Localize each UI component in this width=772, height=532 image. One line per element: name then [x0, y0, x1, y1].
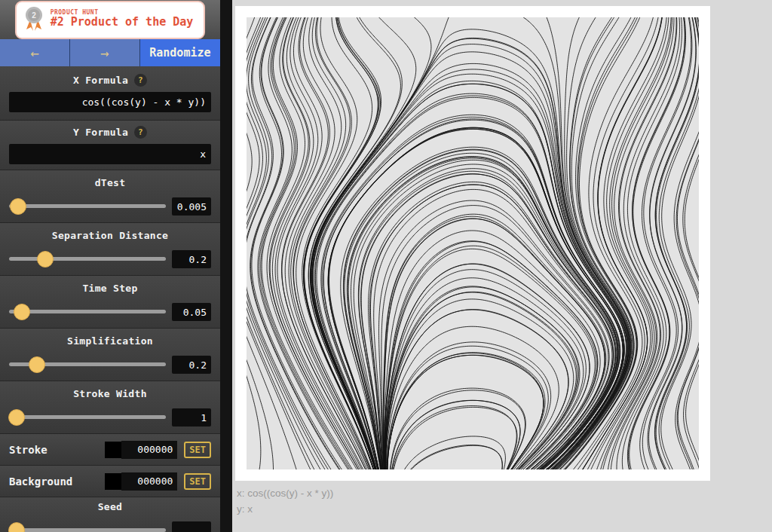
- background-color-swatch[interactable]: [105, 473, 121, 490]
- separation-distance-value: 0.2: [172, 250, 211, 268]
- simplification-label: Simplification: [67, 335, 153, 347]
- forward-button[interactable]: →: [70, 39, 139, 66]
- right-arrow-icon: →: [100, 46, 109, 60]
- y-formula-section: Y Formula ?: [0, 121, 220, 170]
- stroke-color-section: Stroke SET: [0, 434, 220, 466]
- x-formula-input[interactable]: [9, 92, 211, 112]
- stroke-color-swatch[interactable]: [105, 442, 121, 458]
- slider-thumb[interactable]: [37, 251, 54, 268]
- y-formula-label: Y Formula: [73, 127, 128, 138]
- x-formula-section: X Formula ?: [0, 66, 220, 121]
- separation-distance-section: Separation Distance 0.2: [0, 223, 220, 276]
- formula-captions: x: cos((cos(y) - x * y)) y: x: [237, 486, 333, 518]
- simplification-slider[interactable]: [9, 356, 166, 373]
- medal-icon: 2: [24, 5, 44, 35]
- x-formula-label: X Formula: [73, 75, 128, 86]
- seed-value: [172, 521, 211, 532]
- stroke-width-label: Stroke Width: [73, 388, 147, 399]
- stroke-width-slider[interactable]: [9, 409, 166, 426]
- background-color-set-button[interactable]: SET: [184, 473, 211, 490]
- main-area: x: cos((cos(y) - x * y)) y: x: [232, 0, 772, 532]
- background-color-hex-input[interactable]: [121, 472, 177, 491]
- slider-thumb[interactable]: [10, 198, 26, 215]
- stroke-color-set-button[interactable]: SET: [184, 442, 211, 458]
- simplification-value: 0.2: [172, 356, 211, 374]
- stroke-color-label: Stroke: [9, 444, 105, 456]
- separation-distance-label: Separation Distance: [52, 230, 168, 241]
- sidebar-divider: [220, 0, 232, 532]
- background-color-section: Background SET: [0, 466, 220, 497]
- stroke-width-section: Stroke Width 1: [0, 381, 220, 434]
- left-arrow-icon: ←: [30, 46, 38, 60]
- help-icon[interactable]: ?: [134, 74, 147, 87]
- badge-title: #2 Product of the Day: [51, 16, 194, 29]
- slider-thumb[interactable]: [29, 356, 45, 373]
- seed-label: Seed: [98, 501, 123, 512]
- svg-text:2: 2: [32, 11, 36, 20]
- history-navbar: ← → Randomize: [0, 39, 220, 66]
- dtest-slider[interactable]: [9, 198, 166, 215]
- time-step-section: Time Step 0.05: [0, 276, 220, 329]
- dtest-section: dTest 0.005: [0, 170, 220, 223]
- sidebar: 2 PRODUCT HUNT #2 Product of the Day ← →…: [0, 0, 220, 532]
- caption-y-formula: y: x: [237, 502, 333, 518]
- caption-x-formula: x: cos((cos(y) - x * y)): [237, 486, 333, 502]
- time-step-value: 0.05: [172, 303, 211, 321]
- slider-thumb[interactable]: [8, 522, 25, 532]
- separation-distance-slider[interactable]: [9, 251, 166, 268]
- slider-thumb[interactable]: [8, 409, 25, 426]
- seed-section: Seed: [0, 497, 220, 532]
- canvas-frame: [235, 6, 710, 481]
- stroke-color-hex-input[interactable]: [121, 441, 177, 459]
- help-icon[interactable]: ?: [134, 126, 147, 139]
- back-button[interactable]: ←: [0, 39, 69, 66]
- dtest-label: dTest: [95, 177, 126, 188]
- time-step-slider[interactable]: [9, 304, 166, 320]
- slider-thumb[interactable]: [14, 304, 30, 320]
- background-color-label: Background: [9, 475, 105, 488]
- stroke-width-value: 1: [172, 408, 211, 427]
- randomize-button[interactable]: Randomize: [140, 39, 220, 66]
- product-hunt-header: 2 PRODUCT HUNT #2 Product of the Day: [0, 0, 220, 39]
- simplification-section: Simplification 0.2: [0, 329, 220, 381]
- dtest-value: 0.005: [172, 197, 211, 216]
- time-step-label: Time Step: [82, 283, 137, 294]
- y-formula-input[interactable]: [9, 144, 211, 164]
- flow-art: [247, 17, 699, 469]
- product-hunt-badge[interactable]: 2 PRODUCT HUNT #2 Product of the Day: [15, 1, 206, 39]
- seed-slider[interactable]: [9, 522, 166, 532]
